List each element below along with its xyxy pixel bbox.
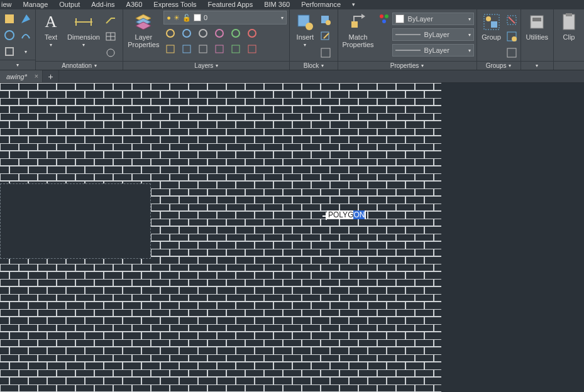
layer-tool-icon[interactable] <box>196 42 210 56</box>
panel-title[interactable]: Layers▾ <box>123 61 289 70</box>
layer-tool-icon[interactable] <box>229 26 243 40</box>
group-button[interactable]: Group <box>480 11 504 61</box>
menu-item[interactable]: Manage <box>23 1 48 8</box>
menu-item[interactable]: A360 <box>126 1 143 8</box>
match-properties-icon <box>348 12 368 32</box>
menu-item[interactable]: Featured Apps <box>208 1 253 8</box>
label: Group <box>482 33 501 41</box>
new-tab-button[interactable]: + <box>43 70 59 82</box>
edit-block-icon[interactable] <box>319 30 333 43</box>
panel-block: Insert ▾ Block▾ <box>289 9 337 70</box>
svg-rect-43 <box>532 18 541 21</box>
panel-utilities: Utilities ▾ <box>521 9 553 70</box>
panel-title[interactable]: Annotation▾ <box>36 61 123 70</box>
svg-point-31 <box>382 19 386 23</box>
tool-icon[interactable] <box>19 12 33 26</box>
utilities-button[interactable]: Utilities <box>524 11 551 61</box>
panel-title[interactable]: Groups▾ <box>477 61 521 70</box>
menu-item[interactable]: Express Tools <box>153 1 196 8</box>
linetype-dropdown[interactable]: ByLayer ▾ <box>392 44 474 57</box>
text-button[interactable]: A Text ▾ <box>38 11 63 61</box>
menu-dropdown-icon[interactable]: ▾ <box>352 1 355 8</box>
svg-rect-16 <box>167 45 174 53</box>
leader-icon[interactable] <box>104 13 118 27</box>
insert-button[interactable]: Insert ▾ <box>292 11 317 61</box>
menu-item[interactable]: Add-ins <box>91 1 114 8</box>
svg-point-11 <box>183 30 190 37</box>
group-bbox-icon[interactable] <box>505 46 519 60</box>
dropdown-arrow-icon: ▾ <box>50 42 52 48</box>
edit-attributes-icon[interactable] <box>319 46 333 60</box>
menu-item[interactable]: iew <box>1 1 12 8</box>
ungroup-icon[interactable] <box>505 13 519 27</box>
sun-icon: ☀ <box>174 14 180 22</box>
lineweight-dropdown[interactable]: ByLayer ▾ <box>392 28 474 41</box>
dropdown-arrow-icon[interactable]: ▾ <box>19 45 33 58</box>
svg-point-1 <box>5 31 14 40</box>
svg-rect-27 <box>321 48 330 57</box>
tool-icon[interactable] <box>19 28 33 42</box>
svg-point-10 <box>167 30 174 37</box>
panel-title[interactable]: ▾ <box>0 60 35 70</box>
annotation-icon[interactable] <box>104 46 118 60</box>
layer-tool-icon[interactable] <box>245 42 259 56</box>
tool-icon[interactable] <box>3 28 16 42</box>
document-tabstrip: awing* × + <box>0 70 584 83</box>
layer-properties-button[interactable]: Layer Properties <box>126 11 161 61</box>
layer-tool-icon[interactable] <box>196 26 210 40</box>
chevron-down-icon: ▾ <box>468 32 471 38</box>
document-tab[interactable]: awing* × <box>0 70 43 82</box>
lineweight-preview <box>395 31 421 38</box>
label: Text <box>45 33 57 41</box>
text-icon: A <box>41 12 61 32</box>
panel-title[interactable]: Block▾ <box>290 61 337 70</box>
layer-dropdown[interactable]: ● ☀ 🔓 0 ▾ <box>163 11 287 24</box>
group-icon <box>482 12 502 32</box>
dropdown-arrow-icon: ▾ <box>82 42 85 48</box>
label: Layer Properties <box>128 33 159 48</box>
layer-tool-icon[interactable] <box>180 42 194 56</box>
tool-icon[interactable] <box>3 12 16 26</box>
table-icon[interactable] <box>104 30 118 43</box>
panel-title-label: Properties <box>390 62 419 69</box>
create-block-icon[interactable] <box>319 13 333 27</box>
svg-point-35 <box>486 16 491 21</box>
panel-title[interactable]: ▾ <box>521 61 553 70</box>
match-properties-button[interactable]: Match Properties <box>341 11 376 61</box>
color-dropdown[interactable]: ByLayer ▾ <box>392 13 474 25</box>
panel-title[interactable]: Properties▾ <box>338 61 477 70</box>
ribbon: ▾ ▾ A Text ▾ Dimension ▾ <box>0 9 584 70</box>
menu-item[interactable]: BIM 360 <box>264 1 290 8</box>
lock-icon: 🔓 <box>182 14 191 22</box>
panel-groups: Group Groups▾ <box>477 9 521 70</box>
tool-icon[interactable] <box>3 45 16 58</box>
svg-rect-26 <box>321 32 329 40</box>
layer-tool-icon[interactable] <box>229 42 243 56</box>
panel-properties: Match Properties ByLayer ▾ ByLayer <box>338 9 477 70</box>
svg-rect-36 <box>491 21 497 28</box>
menu-item[interactable]: Performance <box>301 1 341 8</box>
layer-tool-icon[interactable] <box>163 26 177 40</box>
layer-tool-icon[interactable] <box>212 42 226 56</box>
svg-point-15 <box>248 30 256 37</box>
layer-tool-icon[interactable] <box>245 26 259 40</box>
drawing-canvas[interactable]: POLYGON <box>0 83 584 392</box>
svg-rect-21 <box>248 45 256 53</box>
layer-tool-icon[interactable] <box>212 26 226 40</box>
layer-tool-icon[interactable] <box>180 26 194 40</box>
panel-annotation: A Text ▾ Dimension ▾ Annotation▾ <box>35 9 123 70</box>
panel-title[interactable] <box>554 61 584 70</box>
label: Match Properties <box>342 33 373 48</box>
color-control-icon[interactable] <box>377 12 391 26</box>
command-input[interactable]: POLYGON <box>327 210 366 219</box>
svg-point-25 <box>326 20 331 25</box>
layer-tool-icon[interactable] <box>163 42 177 56</box>
close-icon[interactable]: × <box>35 72 38 80</box>
menu-item[interactable]: Output <box>59 1 80 8</box>
dimension-icon <box>74 12 94 32</box>
svg-point-14 <box>232 30 240 37</box>
dimension-button[interactable]: Dimension ▾ <box>65 11 102 61</box>
command-typed-text: POLYG <box>328 210 353 219</box>
clipboard-button[interactable]: Clip <box>556 11 581 61</box>
group-edit-icon[interactable] <box>505 30 519 43</box>
